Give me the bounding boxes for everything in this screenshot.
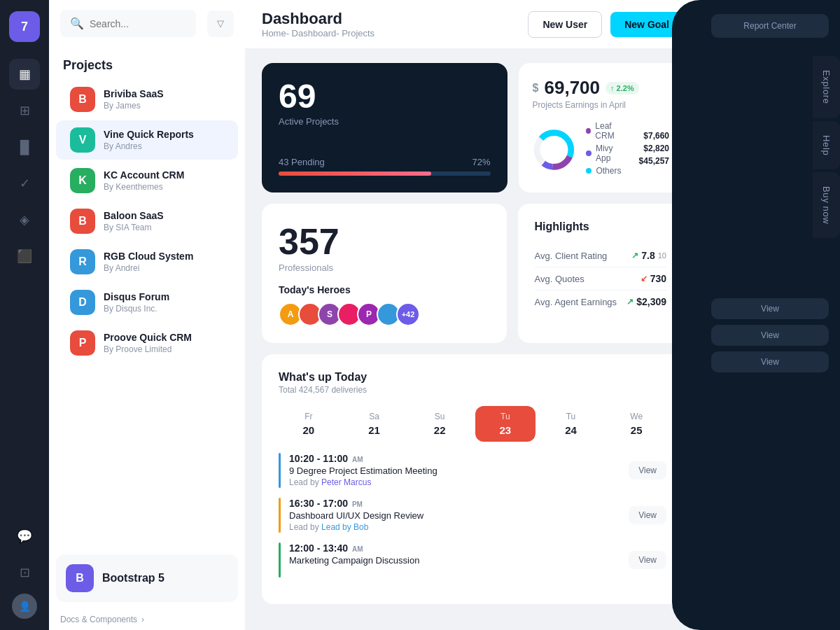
project-list: B Briviba SaaS By James V Vine Quick Rep… — [49, 78, 245, 547]
pending-row: 43 Pending 72% — [279, 157, 491, 176]
search-input[interactable] — [90, 18, 186, 29]
nav-icon-grid[interactable]: ⊞ — [9, 95, 40, 126]
project-by: By SIA Team — [104, 223, 224, 232]
calendar-day[interactable]: Tu23 — [475, 406, 536, 442]
highlight-label: Avg. Agent Earnings — [535, 297, 617, 307]
user-badge[interactable]: 7 — [9, 11, 40, 42]
project-logo: B — [70, 87, 95, 112]
legend-item: Others — [586, 166, 627, 176]
project-item-briviba[interactable]: B Briviba SaaS By James — [56, 80, 238, 119]
event-lead: Lead by Lead by Bob — [289, 522, 620, 532]
day-name: Tu — [478, 412, 533, 421]
project-item-baloon[interactable]: B Baloon SaaS By SIA Team — [56, 202, 238, 241]
calendar-day[interactable]: Fr20 — [279, 406, 339, 442]
legend-value: $45,257 — [639, 156, 669, 166]
project-item-vine[interactable]: V Vine Quick Reports By Andres — [56, 120, 238, 160]
earnings-legend-values: $7,660$2,820$45,257 — [639, 131, 669, 169]
event-time: 12:00 - 13:40 AM — [289, 542, 620, 554]
nav-icon-check[interactable]: ✓ — [9, 168, 40, 199]
earnings-badge: ↑ 2.2% — [606, 82, 639, 94]
event-view-button[interactable]: View — [629, 551, 666, 569]
project-info: KC Account CRM By Keenthemes — [104, 169, 224, 192]
highlights-list: Avg. Client Rating↗ 7.8 10Avg. Quotes↙ 7… — [535, 244, 666, 313]
project-info: Proove Quick CRM By Proove Limited — [104, 332, 224, 354]
event-view-button[interactable]: View — [629, 461, 666, 479]
legend-dot — [586, 150, 592, 156]
legend-value: $2,820 — [639, 144, 669, 153]
bootstrap-banner[interactable]: B Bootstrap 5 — [56, 554, 238, 602]
nav-icon-dashboard[interactable]: ▦ — [9, 59, 40, 90]
highlights-title: Highlights — [535, 220, 666, 233]
project-logo: R — [70, 249, 95, 274]
earnings-number: 69,700 — [545, 77, 601, 99]
user-avatar[interactable]: 👤 — [12, 594, 37, 619]
project-by: By Keenthemes — [104, 182, 224, 192]
day-name: Fr — [281, 412, 336, 421]
view-button-1[interactable]: View — [711, 298, 829, 319]
progress-bar-bg — [279, 172, 491, 176]
nav-icon-grid2[interactable]: ⊡ — [9, 557, 40, 588]
legend-item: Mivy App — [586, 144, 627, 163]
project-by: By Proove Limited — [104, 344, 224, 354]
project-item-disqus[interactable]: D Disqus Forum By Disqus Inc. — [56, 283, 238, 322]
highlights-card: Highlights Avg. Client Rating↗ 7.8 10Avg… — [518, 204, 683, 343]
event-view-button[interactable]: View — [629, 506, 666, 524]
explore-tab[interactable]: Explore — [813, 56, 840, 118]
event-item: 16:30 - 17:00 PM Dashboard UI/UX Design … — [279, 498, 666, 533]
top-bar-left: Dashboard Home- Dashboard- Projects — [262, 10, 519, 38]
help-tab[interactable]: Help — [813, 121, 840, 169]
report-center-button[interactable]: Report Center — [711, 14, 829, 38]
dollar-sign: $ — [533, 82, 539, 94]
nav-icon-message[interactable]: 💬 — [9, 521, 40, 552]
row-1: 69 Active Projects 43 Pending 72% $ 69,7… — [262, 63, 683, 192]
event-title: 9 Degree Project Estimation Meeting — [289, 465, 620, 476]
project-info: Vine Quick Reports By Andres — [104, 129, 224, 151]
project-item-rgb[interactable]: R RGB Cloud System By Andrei — [56, 242, 238, 281]
highlight-extra: 10 — [658, 251, 666, 260]
view-buttons: View View View — [711, 298, 829, 378]
event-person-link[interactable]: Lead by Bob — [321, 522, 368, 532]
docs-link[interactable]: Docs & Components › — [49, 609, 245, 630]
project-info: RGB Cloud System By Andrei — [104, 251, 224, 273]
calendar-day[interactable]: Tu24 — [541, 406, 601, 442]
buy-now-tab[interactable]: Buy now — [813, 172, 840, 238]
project-name: Briviba SaaS — [104, 88, 224, 99]
nav-icon-chart[interactable]: ▐▌ — [9, 132, 40, 162]
nav-icon-layers[interactable]: ◈ — [9, 204, 40, 235]
event-ampm: AM — [352, 545, 363, 553]
calendar-day[interactable]: Su22 — [410, 406, 470, 442]
day-name: Sa — [347, 412, 402, 421]
project-item-kc[interactable]: K KC Account CRM By Keenthemes — [56, 161, 238, 200]
project-by: By Andres — [104, 141, 224, 151]
calendar-subtitle: Total 424,567 deliveries — [279, 385, 666, 395]
calendar-day[interactable]: Sa21 — [344, 406, 405, 442]
legend-dot — [586, 168, 592, 174]
project-by: By Andrei — [104, 263, 224, 273]
view-button-2[interactable]: View — [711, 325, 829, 346]
highlight-label: Avg. Client Rating — [535, 251, 608, 261]
event-details: 10:20 - 11:00 AM 9 Degree Project Estima… — [289, 453, 620, 487]
trend-up-icon: ↗ — [631, 251, 638, 260]
progress-bar-fill — [279, 172, 431, 176]
event-ampm: AM — [352, 456, 363, 463]
sidebar-search-row: 🔍 ▽ — [49, 0, 245, 47]
project-item-proove[interactable]: P Proove Quick CRM By Proove Limited — [56, 323, 238, 363]
event-person-link[interactable]: Peter Marcus — [321, 477, 371, 487]
donut-chart — [533, 125, 575, 174]
view-button-3[interactable]: View — [711, 351, 829, 372]
nav-icon-box[interactable]: ⬛ — [9, 241, 40, 272]
trend-up-icon: ↗ — [626, 297, 634, 307]
project-by: By James — [104, 101, 224, 111]
row-3: What's up Today Total 424,567 deliveries… — [262, 354, 683, 604]
calendar-card: What's up Today Total 424,567 deliveries… — [262, 354, 683, 604]
calendar-day[interactable]: We25 — [606, 406, 666, 442]
legend-name: Leaf CRM — [595, 121, 627, 141]
donut-row: Leaf CRMMivy AppOthers $7,660$2,820$45,2… — [533, 121, 669, 178]
docs-arrow: › — [141, 615, 144, 624]
event-details: 16:30 - 17:00 PM Dashboard UI/UX Design … — [289, 498, 620, 532]
new-user-button[interactable]: New User — [528, 11, 602, 38]
events-list: 10:20 - 11:00 AM 9 Degree Project Estima… — [279, 453, 666, 578]
event-time: 16:30 - 17:00 PM — [289, 498, 620, 509]
filter-button[interactable]: ▽ — [207, 10, 234, 37]
day-name: Tu — [544, 412, 598, 421]
